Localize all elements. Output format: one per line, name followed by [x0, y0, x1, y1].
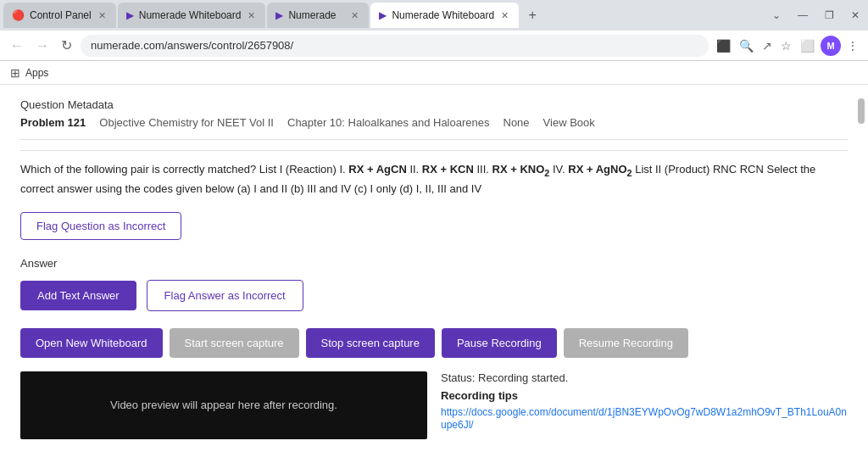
url-bar[interactable] [81, 35, 709, 57]
tab-controls: ⌄ — ❐ ✕ [767, 6, 865, 25]
resume-recording-button: Resume Recording [564, 328, 688, 358]
tab-close-button[interactable]: ✕ [499, 8, 510, 23]
view-book-link[interactable]: View Book [543, 116, 595, 129]
window-icon[interactable]: ⬜ [798, 36, 817, 55]
flag-answer-button[interactable]: Flag Answer as Incorrect [147, 280, 303, 311]
address-bar: ← → ↻ ⬛ 🔍 ↗ ☆ ⬜ M ⋮ [0, 31, 868, 61]
answer-label: Answer [20, 257, 848, 270]
pause-recording-button[interactable]: Pause Recording [442, 328, 557, 358]
tab-favicon: ▶ [275, 9, 283, 21]
toolbar-icons: ⬛ 🔍 ↗ ☆ ⬜ M ⋮ [714, 36, 861, 56]
tab-title: Numerade Whiteboard [139, 9, 242, 21]
tab-numerade[interactable]: ▶ Numerade ✕ [267, 3, 369, 28]
page-content: Question Metadata Problem 121 Objective … [0, 85, 868, 463]
refresh-button[interactable]: ↻ [58, 36, 75, 55]
apps-label[interactable]: Apps [25, 67, 48, 79]
close-button[interactable]: ✕ [846, 6, 865, 25]
maximize-button[interactable]: ❐ [820, 6, 839, 25]
metadata-title: Question Metadata [20, 98, 848, 111]
browser-chrome: 🔴 Control Panel ✕ ▶ Numerade Whiteboard … [0, 0, 868, 85]
recording-tips-title: Recording tips [441, 389, 848, 402]
tab-favicon: ▶ [379, 9, 387, 21]
tab-close-button[interactable]: ✕ [246, 8, 257, 23]
flag-question-button[interactable]: Flag Question as Incorrect [20, 212, 181, 240]
open-whiteboard-button[interactable]: Open New Whiteboard [20, 328, 163, 358]
tab-title: Control Panel [30, 9, 92, 21]
tab-close-button[interactable]: ✕ [97, 8, 108, 23]
start-capture-button: Start screen capture [170, 328, 299, 358]
back-button[interactable]: ← [7, 36, 27, 55]
forward-button[interactable]: → [32, 36, 53, 55]
profile-icon[interactable]: M [821, 36, 841, 56]
tab-favicon: ▶ [126, 9, 134, 21]
metadata-row: Problem 121 Objective Chemistry for NEET… [20, 116, 848, 129]
question-text: Which of the following pair is correctly… [20, 161, 848, 198]
chapter-name: Chapter 10: Haloalkanes and Haloarenes [287, 116, 490, 129]
tab-search-button[interactable]: ⌄ [767, 6, 786, 25]
stop-capture-button[interactable]: Stop screen capture [306, 328, 435, 358]
video-preview-text: Video preview will appear here after rec… [110, 399, 337, 411]
minimize-button[interactable]: — [793, 6, 813, 25]
tab-numerade-whiteboard-1[interactable]: ▶ Numerade Whiteboard ✕ [118, 3, 266, 28]
menu-icon[interactable]: ⋮ [844, 36, 861, 55]
tab-close-button[interactable]: ✕ [349, 8, 360, 23]
tab-title: Numerade Whiteboard [392, 9, 494, 21]
tab-favicon: 🔴 [12, 9, 25, 21]
add-text-answer-button[interactable]: Add Text Answer [20, 281, 136, 310]
recording-link[interactable]: https://docs.google.com/document/d/1jBN3… [441, 406, 847, 431]
section-divider [20, 150, 848, 151]
problem-label: Problem 121 [20, 116, 86, 129]
bottom-section: Video preview will appear here after rec… [20, 371, 848, 439]
video-preview: Video preview will appear here after rec… [20, 371, 427, 439]
tab-title: Numerade [288, 9, 344, 21]
difficulty-level: None [504, 116, 530, 129]
book-name: Objective Chemistry for NEET Vol II [99, 116, 274, 129]
status-text: Status: Recording started. [441, 371, 848, 384]
answer-button-row: Add Text Answer Flag Answer as Incorrect [20, 280, 848, 311]
tab-control-panel[interactable]: 🔴 Control Panel ✕ [3, 3, 116, 28]
scroll-indicator [858, 98, 865, 124]
apps-grid-icon: ⊞ [10, 66, 20, 80]
search-icon[interactable]: 🔍 [737, 36, 756, 55]
share-icon[interactable]: ↗ [760, 36, 775, 55]
tab-bar: 🔴 Control Panel ✕ ▶ Numerade Whiteboard … [0, 0, 868, 31]
recording-info: Status: Recording started. Recording tip… [441, 371, 848, 439]
metadata-section: Question Metadata Problem 121 Objective … [20, 98, 848, 140]
apps-bar: ⊞ Apps [0, 61, 868, 85]
new-tab-button[interactable]: + [520, 3, 544, 27]
tab-numerade-whiteboard-2[interactable]: ▶ Numerade Whiteboard ✕ [370, 3, 519, 28]
cast-icon[interactable]: ⬛ [714, 36, 733, 55]
bookmark-icon[interactable]: ☆ [778, 36, 794, 55]
control-button-row: Open New Whiteboard Start screen capture… [20, 328, 848, 358]
